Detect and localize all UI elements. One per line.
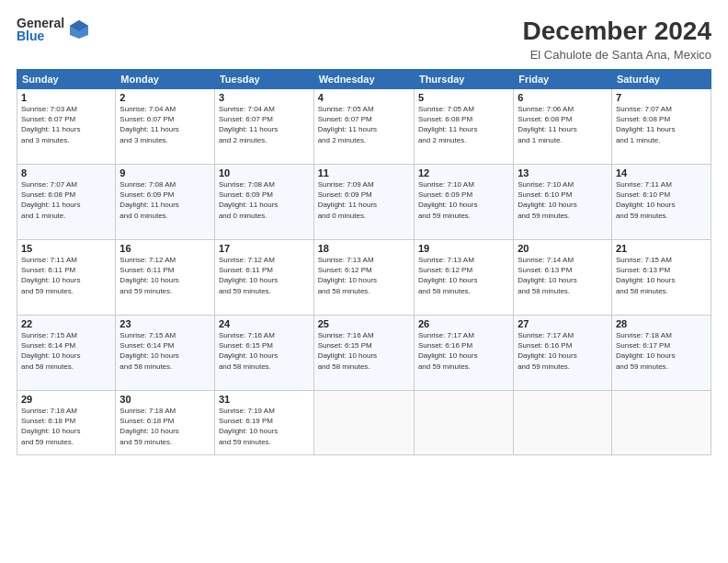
day-info: Sunrise: 7:11 AM Sunset: 6:10 PM Dayligh… — [616, 179, 707, 221]
day-info: Sunrise: 7:13 AM Sunset: 6:12 PM Dayligh… — [318, 255, 410, 296]
day-info: Sunrise: 7:07 AM Sunset: 6:08 PM Dayligh… — [21, 179, 111, 221]
table-row: 20Sunrise: 7:14 AM Sunset: 6:13 PM Dayli… — [514, 240, 612, 316]
day-info: Sunrise: 7:15 AM Sunset: 6:14 PM Dayligh… — [21, 330, 111, 372]
day-info: Sunrise: 7:10 AM Sunset: 6:09 PM Dayligh… — [418, 179, 509, 221]
table-row: 31Sunrise: 7:19 AM Sunset: 6:19 PM Dayli… — [214, 391, 313, 455]
day-info: Sunrise: 7:05 AM Sunset: 6:08 PM Dayligh… — [418, 104, 509, 145]
day-number: 6 — [518, 92, 608, 103]
table-row: 27Sunrise: 7:17 AM Sunset: 6:16 PM Dayli… — [514, 316, 612, 391]
day-info: Sunrise: 7:07 AM Sunset: 6:08 PM Dayligh… — [616, 104, 707, 145]
col-thursday: Thursday — [414, 70, 513, 89]
day-info: Sunrise: 7:15 AM Sunset: 6:14 PM Dayligh… — [119, 330, 210, 372]
day-info: Sunrise: 7:03 AM Sunset: 6:07 PM Dayligh… — [21, 104, 111, 145]
day-info: Sunrise: 7:16 AM Sunset: 6:15 PM Dayligh… — [219, 330, 310, 372]
day-number: 24 — [219, 318, 310, 329]
day-number: 9 — [119, 167, 210, 178]
table-row: 12Sunrise: 7:10 AM Sunset: 6:09 PM Dayli… — [414, 165, 513, 240]
table-row: 15Sunrise: 7:11 AM Sunset: 6:11 PM Dayli… — [17, 240, 116, 316]
col-friday: Friday — [514, 70, 612, 89]
day-number: 21 — [616, 243, 707, 254]
table-row: 22Sunrise: 7:15 AM Sunset: 6:14 PM Dayli… — [17, 316, 116, 391]
day-info: Sunrise: 7:11 AM Sunset: 6:11 PM Dayligh… — [21, 255, 111, 296]
day-number: 23 — [119, 318, 210, 329]
day-number: 27 — [518, 318, 608, 329]
table-row — [514, 391, 612, 455]
table-row: 6Sunrise: 7:06 AM Sunset: 6:08 PM Daylig… — [514, 89, 612, 165]
table-row: 28Sunrise: 7:18 AM Sunset: 6:17 PM Dayli… — [611, 316, 711, 391]
table-row: 25Sunrise: 7:16 AM Sunset: 6:15 PM Dayli… — [313, 316, 414, 391]
table-row: 8Sunrise: 7:07 AM Sunset: 6:08 PM Daylig… — [17, 165, 116, 240]
calendar-header-row: Sunday Monday Tuesday Wednesday Thursday… — [17, 70, 711, 89]
table-row: 14Sunrise: 7:11 AM Sunset: 6:10 PM Dayli… — [611, 165, 711, 240]
day-number: 12 — [418, 167, 509, 178]
day-number: 29 — [21, 394, 111, 405]
table-row: 1Sunrise: 7:03 AM Sunset: 6:07 PM Daylig… — [17, 89, 116, 165]
day-info: Sunrise: 7:09 AM Sunset: 6:09 PM Dayligh… — [318, 179, 410, 221]
day-info: Sunrise: 7:14 AM Sunset: 6:13 PM Dayligh… — [518, 255, 608, 296]
day-number: 30 — [119, 394, 210, 405]
table-row — [611, 391, 711, 455]
table-row: 7Sunrise: 7:07 AM Sunset: 6:08 PM Daylig… — [611, 89, 711, 165]
col-tuesday: Tuesday — [214, 70, 313, 89]
day-info: Sunrise: 7:04 AM Sunset: 6:07 PM Dayligh… — [219, 104, 310, 145]
table-row: 3Sunrise: 7:04 AM Sunset: 6:07 PM Daylig… — [214, 89, 313, 165]
col-sunday: Sunday — [17, 70, 116, 89]
day-number: 1 — [21, 92, 111, 103]
table-row: 26Sunrise: 7:17 AM Sunset: 6:16 PM Dayli… — [414, 316, 513, 391]
table-row: 13Sunrise: 7:10 AM Sunset: 6:10 PM Dayli… — [514, 165, 612, 240]
table-row: 16Sunrise: 7:12 AM Sunset: 6:11 PM Dayli… — [116, 240, 215, 316]
day-info: Sunrise: 7:12 AM Sunset: 6:11 PM Dayligh… — [119, 255, 210, 296]
table-row: 23Sunrise: 7:15 AM Sunset: 6:14 PM Dayli… — [116, 316, 215, 391]
table-row: 18Sunrise: 7:13 AM Sunset: 6:12 PM Dayli… — [313, 240, 414, 316]
calendar-table: Sunday Monday Tuesday Wednesday Thursday… — [17, 69, 711, 455]
day-number: 15 — [21, 243, 111, 254]
title-block: December 2024 El Cahulote de Santa Ana, … — [523, 17, 711, 62]
table-row: 29Sunrise: 7:18 AM Sunset: 6:18 PM Dayli… — [17, 391, 116, 455]
table-row — [313, 391, 414, 455]
day-info: Sunrise: 7:10 AM Sunset: 6:10 PM Dayligh… — [518, 179, 608, 221]
month-title: December 2024 — [523, 17, 711, 46]
day-info: Sunrise: 7:05 AM Sunset: 6:07 PM Dayligh… — [318, 104, 410, 145]
day-number: 16 — [119, 243, 210, 254]
day-number: 18 — [318, 243, 410, 254]
location: El Cahulote de Santa Ana, Mexico — [523, 48, 711, 62]
table-row: 24Sunrise: 7:16 AM Sunset: 6:15 PM Dayli… — [214, 316, 313, 391]
logo-blue-text: Blue — [17, 29, 64, 42]
day-info: Sunrise: 7:17 AM Sunset: 6:16 PM Dayligh… — [418, 330, 509, 372]
table-row: 11Sunrise: 7:09 AM Sunset: 6:09 PM Dayli… — [313, 165, 414, 240]
day-info: Sunrise: 7:17 AM Sunset: 6:16 PM Dayligh… — [518, 330, 608, 372]
day-info: Sunrise: 7:18 AM Sunset: 6:18 PM Dayligh… — [119, 406, 210, 447]
day-number: 4 — [318, 92, 410, 103]
day-number: 13 — [518, 167, 608, 178]
table-row: 9Sunrise: 7:08 AM Sunset: 6:09 PM Daylig… — [116, 165, 215, 240]
day-number: 17 — [219, 243, 310, 254]
day-number: 10 — [219, 167, 310, 178]
page: General Blue December 2024 El Cahulote d… — [0, 0, 728, 563]
day-info: Sunrise: 7:19 AM Sunset: 6:19 PM Dayligh… — [219, 406, 310, 447]
day-info: Sunrise: 7:13 AM Sunset: 6:12 PM Dayligh… — [418, 255, 509, 296]
table-row: 30Sunrise: 7:18 AM Sunset: 6:18 PM Dayli… — [116, 391, 215, 455]
day-number: 22 — [21, 318, 111, 329]
day-number: 31 — [219, 394, 310, 405]
day-info: Sunrise: 7:06 AM Sunset: 6:08 PM Dayligh… — [518, 104, 608, 145]
day-info: Sunrise: 7:18 AM Sunset: 6:18 PM Dayligh… — [21, 406, 111, 447]
day-number: 2 — [119, 92, 210, 103]
table-row: 5Sunrise: 7:05 AM Sunset: 6:08 PM Daylig… — [414, 89, 513, 165]
table-row: 4Sunrise: 7:05 AM Sunset: 6:07 PM Daylig… — [313, 89, 414, 165]
day-info: Sunrise: 7:08 AM Sunset: 6:09 PM Dayligh… — [119, 179, 210, 221]
table-row: 2Sunrise: 7:04 AM Sunset: 6:07 PM Daylig… — [116, 89, 215, 165]
day-info: Sunrise: 7:15 AM Sunset: 6:13 PM Dayligh… — [616, 255, 707, 296]
col-monday: Monday — [116, 70, 215, 89]
table-row — [414, 391, 513, 455]
day-number: 19 — [418, 243, 509, 254]
logo-icon — [68, 18, 90, 40]
table-row: 21Sunrise: 7:15 AM Sunset: 6:13 PM Dayli… — [611, 240, 711, 316]
day-number: 25 — [318, 318, 410, 329]
day-number: 5 — [418, 92, 509, 103]
day-number: 3 — [219, 92, 310, 103]
logo-general-text: General — [17, 17, 64, 29]
day-info: Sunrise: 7:04 AM Sunset: 6:07 PM Dayligh… — [119, 104, 210, 145]
day-info: Sunrise: 7:08 AM Sunset: 6:09 PM Dayligh… — [219, 179, 310, 221]
day-number: 8 — [21, 167, 111, 178]
day-info: Sunrise: 7:12 AM Sunset: 6:11 PM Dayligh… — [219, 255, 310, 296]
